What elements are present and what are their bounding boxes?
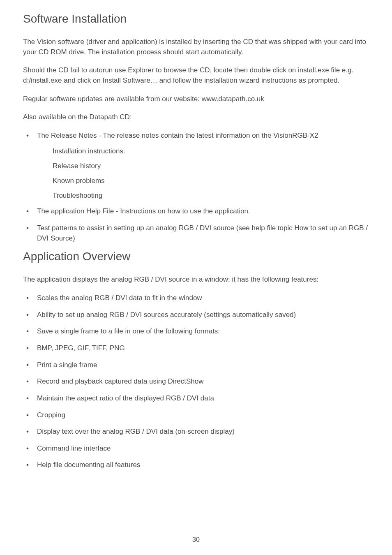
list-item-scales: Scales the analog RGB / DVI data to fit … <box>23 293 369 303</box>
heading-software-installation: Software Installation <box>23 12 369 25</box>
para-intro-4: Also available on the Datapath CD: <box>23 112 369 123</box>
list-item-record-playback: Record and playback captured data using … <box>23 377 369 387</box>
list-item-help-doc: Help file documenting all features <box>23 460 369 470</box>
sub-item-installation-instructions: Installation instructions. <box>53 147 369 155</box>
para-overview-intro: The application displays the analog RGB … <box>23 275 369 285</box>
list-item-aspect-ratio: Maintain the aspect ratio of the display… <box>23 393 369 404</box>
list-item-release-notes: The Release Notes - The release notes co… <box>23 131 369 141</box>
list-item-cropping: Cropping <box>23 410 369 421</box>
list-item-help-file: The application Help File - Instructions… <box>23 206 369 217</box>
list-item-save-frame: Save a single frame to a file in one of … <box>23 326 369 337</box>
sub-item-known-problems: Known problems <box>53 177 369 185</box>
list-item-formats: BMP, JPEG, GIF, TIFF, PNG <box>23 343 369 354</box>
page-number: 30 <box>0 536 392 543</box>
list-item-setup-sources: Ability to set up analog RGB / DVI sourc… <box>23 310 369 320</box>
para-intro-3: Regular software updates are available f… <box>23 94 369 104</box>
list-features: Scales the analog RGB / DVI data to fit … <box>23 293 369 470</box>
list-item-print-frame: Print a single frame <box>23 360 369 370</box>
heading-application-overview: Application Overview <box>23 250 369 263</box>
document-page: Software Installation The Vision softwar… <box>0 0 392 555</box>
sub-list-release-notes: Installation instructions. Release histo… <box>53 147 369 200</box>
list-item-osd: Display text over the analog RGB / DVI d… <box>23 427 369 437</box>
para-intro-1: The Vision software (driver and applicat… <box>23 37 369 57</box>
sub-item-release-history: Release history <box>53 162 369 170</box>
list-cd-contents: The Release Notes - The release notes co… <box>23 131 369 141</box>
list-item-test-patterns: Test patterns to assist in setting up an… <box>23 223 369 243</box>
list-item-cli: Command line interface <box>23 444 369 454</box>
list-cd-contents-continued: The application Help File - Instructions… <box>23 206 369 243</box>
sub-item-troubleshooting: Troubleshooting <box>53 192 369 200</box>
para-intro-2: Should the CD fail to autorun use Explor… <box>23 65 369 86</box>
